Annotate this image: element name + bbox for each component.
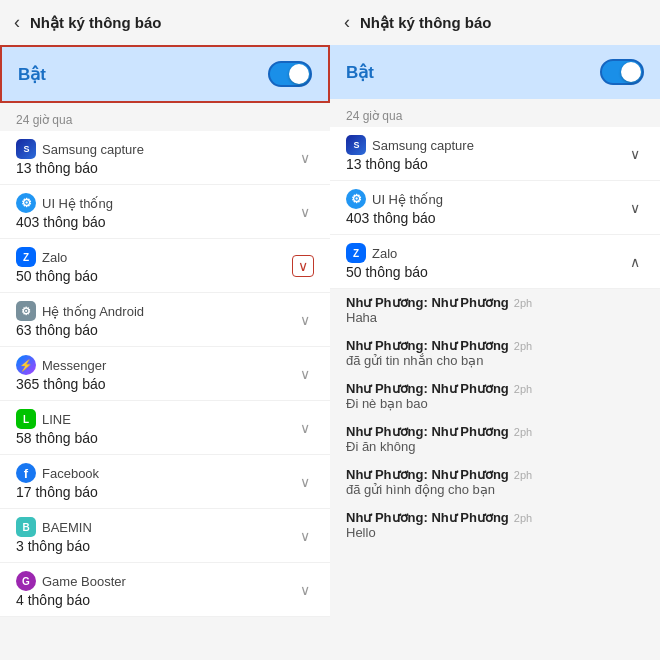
app-name-row-messenger: ⚡ Messenger bbox=[16, 355, 296, 375]
app-name-row-game-booster: G Game Booster bbox=[16, 571, 296, 591]
right-app-name-row-samsung-capture: S Samsung capture bbox=[346, 135, 626, 155]
right-bat-row: Bật bbox=[330, 45, 660, 99]
left-scroll-area[interactable]: S Samsung capture 13 thông báo ∨ ⚙ UI Hệ… bbox=[0, 131, 330, 660]
app-content-game-booster: G Game Booster 4 thông báo bbox=[16, 571, 296, 608]
left-header-title: Nhật ký thông báo bbox=[30, 14, 162, 32]
right-app-content-zalo: Z Zalo 50 thông báo bbox=[346, 243, 626, 280]
app-content-baemin: B BAEMIN 3 thông báo bbox=[16, 517, 296, 554]
msg-sender-row-1: Như Phương: Như Phương 2ph bbox=[346, 338, 644, 353]
msg-time-1: 2ph bbox=[514, 340, 532, 352]
app-content-zalo: Z Zalo 50 thông báo bbox=[16, 247, 292, 284]
msg-sender-row-2: Như Phương: Như Phương 2ph bbox=[346, 381, 644, 396]
app-content-ui-he-thong: ⚙ UI Hệ thống 403 thông báo bbox=[16, 193, 296, 230]
right-chevron-zalo[interactable]: ∧ bbox=[626, 250, 644, 274]
app-content-messenger: ⚡ Messenger 365 thông báo bbox=[16, 355, 296, 392]
app-name-row-he-thong-android: ⚙ Hệ thống Android bbox=[16, 301, 296, 321]
right-scroll-area[interactable]: S Samsung capture 13 thông báo ∨ ⚙ UI Hệ… bbox=[330, 127, 660, 660]
app-count-samsung-capture: 13 thông báo bbox=[16, 160, 296, 176]
app-count-zalo: 50 thông báo bbox=[16, 268, 292, 284]
left-panel: ‹ Nhật ký thông báo Bật 24 giờ qua S Sam… bbox=[0, 0, 330, 660]
right-header: ‹ Nhật ký thông báo bbox=[330, 0, 660, 45]
chevron-messenger[interactable]: ∨ bbox=[296, 362, 314, 386]
msg-time-3: 2ph bbox=[514, 426, 532, 438]
left-app-item-samsung-capture[interactable]: S Samsung capture 13 thông báo ∨ bbox=[0, 131, 330, 185]
app-count-facebook: 17 thông báo bbox=[16, 484, 296, 500]
left-back-button[interactable]: ‹ bbox=[14, 12, 20, 33]
msg-text-5: Hello bbox=[346, 525, 644, 540]
app-count-line: 58 thông báo bbox=[16, 430, 296, 446]
left-app-item-game-booster[interactable]: G Game Booster 4 thông báo ∨ bbox=[0, 563, 330, 617]
chevron-facebook[interactable]: ∨ bbox=[296, 470, 314, 494]
zalo-message-4: Như Phương: Như Phương 2ph đã gửi hình đ… bbox=[330, 461, 660, 504]
right-app-item-ui-he-thong[interactable]: ⚙ UI Hệ thống 403 thông báo ∨ bbox=[330, 181, 660, 235]
left-app-item-baemin[interactable]: B BAEMIN 3 thông báo ∨ bbox=[0, 509, 330, 563]
app-content-he-thong-android: ⚙ Hệ thống Android 63 thông báo bbox=[16, 301, 296, 338]
app-name-row-baemin: B BAEMIN bbox=[16, 517, 296, 537]
right-app-name-row-zalo: Z Zalo bbox=[346, 243, 626, 263]
msg-sender-2: Như Phương: Như Phương bbox=[346, 381, 509, 396]
left-app-item-he-thong-android[interactable]: ⚙ Hệ thống Android 63 thông báo ∨ bbox=[0, 293, 330, 347]
chevron-baemin[interactable]: ∨ bbox=[296, 524, 314, 548]
right-app-count-ui-he-thong: 403 thông báo bbox=[346, 210, 626, 226]
msg-sender-5: Như Phương: Như Phương bbox=[346, 510, 509, 525]
left-app-item-line[interactable]: L LINE 58 thông báo ∨ bbox=[0, 401, 330, 455]
left-app-item-messenger[interactable]: ⚡ Messenger 365 thông báo ∨ bbox=[0, 347, 330, 401]
right-app-item-zalo[interactable]: Z Zalo 50 thông báo ∧ bbox=[330, 235, 660, 289]
right-chevron-ui-he-thong[interactable]: ∨ bbox=[626, 196, 644, 220]
msg-sender-row-3: Như Phương: Như Phương 2ph bbox=[346, 424, 644, 439]
app-name-row-zalo: Z Zalo bbox=[16, 247, 292, 267]
left-bat-label: Bật bbox=[18, 64, 46, 85]
right-toggle-knob bbox=[621, 62, 641, 82]
app-count-game-booster: 4 thông báo bbox=[16, 592, 296, 608]
app-name-baemin: BAEMIN bbox=[42, 520, 92, 535]
app-name-row-line: L LINE bbox=[16, 409, 296, 429]
left-toggle[interactable] bbox=[268, 61, 312, 87]
app-count-ui-he-thong: 403 thông báo bbox=[16, 214, 296, 230]
msg-sender-row-0: Như Phương: Như Phương 2ph bbox=[346, 295, 644, 310]
msg-sender-row-4: Như Phương: Như Phương 2ph bbox=[346, 467, 644, 482]
app-name-zalo: Zalo bbox=[42, 250, 67, 265]
app-name-game-booster: Game Booster bbox=[42, 574, 126, 589]
right-app-name-ui-he-thong: UI Hệ thống bbox=[372, 192, 443, 207]
right-app-item-samsung-capture[interactable]: S Samsung capture 13 thông báo ∨ bbox=[330, 127, 660, 181]
left-app-item-ui-he-thong[interactable]: ⚙ UI Hệ thống 403 thông báo ∨ bbox=[0, 185, 330, 239]
right-bat-label: Bật bbox=[346, 62, 374, 83]
zalo-message-2: Như Phương: Như Phương 2ph Đi nè bạn bao bbox=[330, 375, 660, 418]
left-section-label: 24 giờ qua bbox=[0, 105, 330, 131]
app-content-line: L LINE 58 thông báo bbox=[16, 409, 296, 446]
app-name-row-samsung-capture: S Samsung capture bbox=[16, 139, 296, 159]
msg-sender-3: Như Phương: Như Phương bbox=[346, 424, 509, 439]
msg-text-1: đã gửi tin nhắn cho bạn bbox=[346, 353, 644, 368]
chevron-he-thong-android[interactable]: ∨ bbox=[296, 308, 314, 332]
right-back-button[interactable]: ‹ bbox=[344, 12, 350, 33]
right-app-count-zalo: 50 thông báo bbox=[346, 264, 626, 280]
left-app-item-zalo[interactable]: Z Zalo 50 thông báo ∨ bbox=[0, 239, 330, 293]
chevron-samsung-capture[interactable]: ∨ bbox=[296, 146, 314, 170]
msg-time-5: 2ph bbox=[514, 512, 532, 524]
app-name-samsung-capture: Samsung capture bbox=[42, 142, 144, 157]
msg-text-0: Haha bbox=[346, 310, 644, 325]
right-toggle[interactable] bbox=[600, 59, 644, 85]
chevron-game-booster[interactable]: ∨ bbox=[296, 578, 314, 602]
zalo-message-1: Như Phương: Như Phương 2ph đã gửi tin nh… bbox=[330, 332, 660, 375]
msg-time-0: 2ph bbox=[514, 297, 532, 309]
chevron-zalo[interactable]: ∨ bbox=[292, 255, 314, 277]
right-app-content-samsung-capture: S Samsung capture 13 thông báo bbox=[346, 135, 626, 172]
chevron-line[interactable]: ∨ bbox=[296, 416, 314, 440]
right-chevron-samsung-capture[interactable]: ∨ bbox=[626, 142, 644, 166]
msg-sender-row-5: Như Phương: Như Phương 2ph bbox=[346, 510, 644, 525]
app-name-row-ui-he-thong: ⚙ UI Hệ thống bbox=[16, 193, 296, 213]
msg-time-2: 2ph bbox=[514, 383, 532, 395]
left-app-item-facebook[interactable]: f Facebook 17 thông báo ∨ bbox=[0, 455, 330, 509]
app-name-he-thong-android: Hệ thống Android bbox=[42, 304, 144, 319]
app-name-ui-he-thong: UI Hệ thống bbox=[42, 196, 113, 211]
right-section-label: 24 giờ qua bbox=[330, 101, 660, 127]
app-content-facebook: f Facebook 17 thông báo bbox=[16, 463, 296, 500]
left-bat-row: Bật bbox=[0, 45, 330, 103]
chevron-ui-he-thong[interactable]: ∨ bbox=[296, 200, 314, 224]
left-toggle-knob bbox=[289, 64, 309, 84]
app-count-messenger: 365 thông báo bbox=[16, 376, 296, 392]
right-app-count-samsung-capture: 13 thông báo bbox=[346, 156, 626, 172]
app-name-messenger: Messenger bbox=[42, 358, 106, 373]
msg-sender-1: Như Phương: Như Phương bbox=[346, 338, 509, 353]
